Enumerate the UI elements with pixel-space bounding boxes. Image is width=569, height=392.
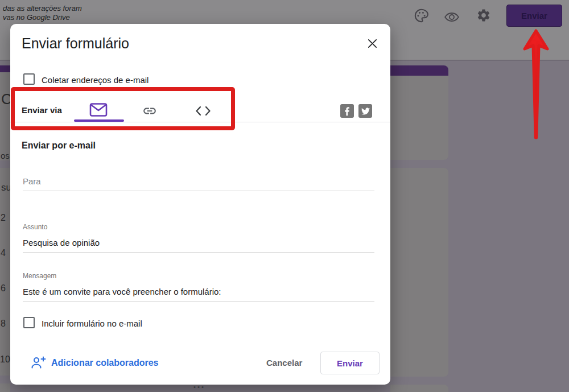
- to-input[interactable]: [23, 176, 374, 191]
- form-card-3-sliver: [0, 383, 10, 392]
- send-via-label: Enviar via: [22, 105, 62, 115]
- twitter-icon[interactable]: [358, 104, 372, 118]
- autosave-line2: vas no Google Drive: [3, 13, 82, 22]
- subject-input[interactable]: [23, 238, 374, 253]
- form-card-accent-strip-right: [390, 65, 448, 76]
- bg-text-fragment: os: [1, 151, 10, 160]
- toolbar-send-label: Enviar: [521, 11, 547, 20]
- include-form-label: Incluir formulário no e-mail: [42, 318, 142, 329]
- dialog-title: Enviar formulário: [22, 35, 129, 52]
- settings-gear-icon[interactable]: [476, 7, 492, 23]
- palette-icon[interactable]: [413, 7, 429, 23]
- add-collaborators-link[interactable]: Adicionar colaboradores: [51, 358, 159, 368]
- form-card-3-sliver-right: [390, 385, 448, 392]
- autosave-status: das as alterações foram vas no Google Dr…: [3, 4, 82, 22]
- dialog-send-button[interactable]: Enviar: [320, 352, 380, 374]
- active-tab-indicator: [74, 119, 124, 122]
- tab-row-divider: [10, 122, 390, 122]
- form-card-accent-strip-left: [0, 65, 10, 72]
- form-card-1-sliver-right: [390, 76, 448, 160]
- screen: das as alterações foram vas no Google Dr…: [0, 0, 569, 392]
- preview-eye-icon[interactable]: [444, 9, 460, 25]
- email-section-title: Enviar por e-mail: [22, 141, 96, 151]
- message-input[interactable]: [23, 287, 374, 302]
- form-card-2-sliver: [0, 168, 10, 376]
- close-icon[interactable]: [365, 36, 379, 50]
- autosave-line1: das as alterações foram: [3, 4, 82, 13]
- collect-emails-label: Coletar endereços de e-mail: [42, 75, 149, 86]
- cancel-button[interactable]: Cancelar: [266, 358, 302, 368]
- collect-emails-checkbox[interactable]: [23, 73, 35, 85]
- annotation-arrow: [519, 28, 552, 142]
- email-tab[interactable]: [89, 102, 108, 117]
- message-label: Mensagem: [23, 272, 56, 280]
- toolbar-send-button[interactable]: Enviar: [506, 5, 562, 27]
- include-form-checkbox[interactable]: [23, 317, 35, 328]
- form-card-2-sliver-right: [390, 168, 448, 377]
- person-add-icon[interactable]: [30, 355, 46, 373]
- subject-label: Assunto: [23, 223, 47, 231]
- send-form-dialog: Enviar formulário Coletar endereços de e…: [10, 24, 390, 385]
- form-card-1-sliver: [0, 72, 10, 160]
- bg-scale-option: 4: [1, 248, 6, 258]
- bg-scale-option: 8: [1, 319, 6, 329]
- bg-scale-option: 6: [1, 283, 6, 294]
- bg-scale-option: 10: [0, 354, 10, 365]
- dialog-send-label: Enviar: [337, 358, 363, 368]
- link-tab[interactable]: [142, 104, 157, 118]
- bg-scale-option: 2: [1, 213, 6, 223]
- embed-code-tab[interactable]: [195, 104, 212, 118]
- facebook-icon[interactable]: [340, 104, 354, 118]
